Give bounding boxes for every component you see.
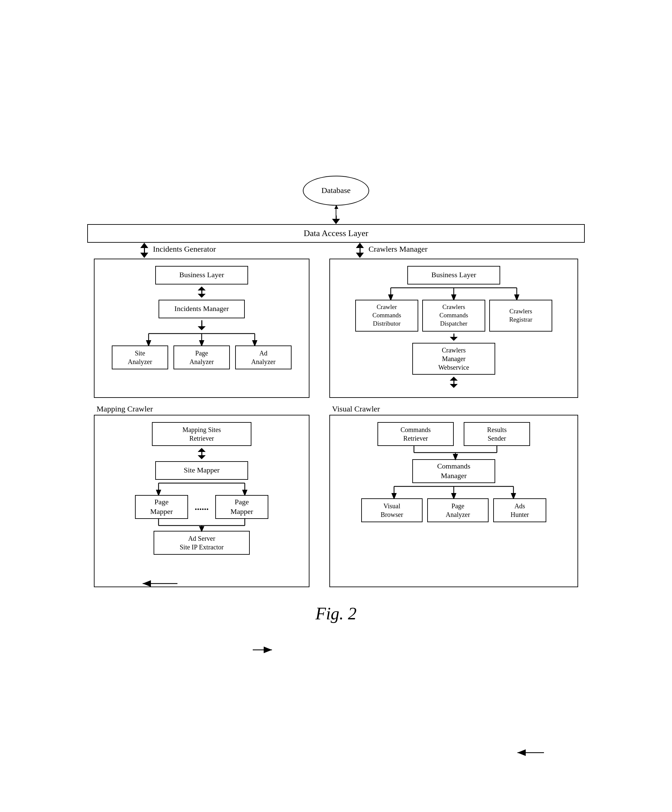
- svg-marker-24: [450, 377, 458, 380]
- crawlers-middle-connector: [357, 285, 550, 301]
- site-analyzer-box: SiteAnalyzer: [112, 346, 168, 369]
- database-ellipse: Database: [303, 176, 369, 206]
- site-mapper-split: [125, 480, 278, 496]
- svg-marker-26: [198, 448, 206, 452]
- crawlers-commands-dispatcher-box: CrawlersCommandsDispatcher: [422, 300, 485, 331]
- fig-label: Fig. 2: [44, 604, 628, 623]
- up-arrow-crawlers: [356, 243, 364, 248]
- commands-retriever-box: CommandsRetriever: [378, 422, 454, 446]
- ads-hunter-box: AdsHunter: [493, 498, 546, 522]
- svg-marker-5: [198, 294, 206, 298]
- incidents-manager-box: Incidents Manager: [159, 300, 245, 318]
- down-arrow-incidents: [140, 252, 148, 258]
- incidents-outer-box: Business Layer Incidents Manager: [94, 259, 309, 398]
- down-arrow-crawlers: [356, 252, 364, 258]
- crawlers-business-layer: Business Layer: [407, 266, 500, 285]
- mapping-sites-retriever-box: Mapping SitesRetriever: [152, 422, 251, 446]
- svg-marker-14: [356, 243, 364, 248]
- svg-marker-0: [334, 205, 339, 209]
- crawlers-manager-section: Crawlers Manager Business Layer: [329, 243, 578, 398]
- incidents-generator-section: Incidents Generator Business Layer: [94, 243, 309, 398]
- down-arrow-db: [332, 219, 340, 224]
- db-dal-arrow-top: [331, 205, 341, 215]
- mapping-crawler-section: Mapping Crawler Mapping SitesRetriever S…: [94, 404, 309, 587]
- incidents-label: Incidents Generator: [153, 245, 216, 254]
- site-mapper-box: Site Mapper: [155, 461, 248, 480]
- results-sender-box: ResultsSender: [464, 422, 530, 446]
- svg-marker-4: [198, 287, 206, 290]
- page-mapper-right-box: PageMapper: [215, 495, 268, 519]
- page-analyzer-right-box: PageAnalyzer: [427, 498, 489, 522]
- page-mapper-left-box: PageMapper: [135, 495, 188, 519]
- page-analyzer-left-box: PageAnalyzer: [173, 346, 230, 369]
- incidents-business-layer: Business Layer: [155, 266, 248, 285]
- svg-marker-1: [332, 219, 340, 224]
- ads-to-page-analyzer: [361, 523, 547, 529]
- database-label: Database: [321, 186, 351, 195]
- page-mapper-to-adserver: [125, 519, 278, 532]
- crawlers-label: Crawlers Manager: [369, 245, 427, 254]
- diagram-container: Database: [38, 162, 634, 650]
- crawler-commands-distributor-box: CrawlerCommandsDistributor: [355, 300, 418, 331]
- svg-marker-25: [450, 384, 458, 388]
- mapping-outer-box: Mapping SitesRetriever Site Mapper: [94, 415, 309, 587]
- dal-box: Data Access Layer: [87, 224, 585, 243]
- ad-analyzer-box: AdAnalyzer: [235, 346, 292, 369]
- svg-marker-23: [450, 337, 458, 341]
- visual-label: Visual Crawler: [332, 404, 578, 413]
- ellipsis: ......: [195, 502, 209, 512]
- svg-marker-6: [198, 326, 206, 330]
- ad-server-box: Ad ServerSite IP Extractor: [154, 531, 250, 555]
- svg-marker-42: [453, 454, 458, 461]
- analyzers-connector: [119, 330, 285, 347]
- dal-label: Data Access Layer: [304, 228, 369, 239]
- svg-marker-2: [140, 243, 148, 248]
- visual-crawler-section: Visual Crawler CommandsRetriever Results…: [329, 404, 578, 587]
- up-arrow-incidents: [140, 243, 148, 248]
- svg-marker-37: [199, 526, 204, 532]
- crawlers-outer-box: Business Layer: [329, 259, 578, 398]
- visual-browser-box: VisualBrowser: [361, 498, 422, 522]
- crawlers-webservice-box: Crawlers Manager Webservice: [412, 343, 495, 375]
- svg-marker-27: [198, 455, 206, 459]
- svg-marker-3: [140, 252, 148, 258]
- svg-marker-15: [356, 252, 364, 258]
- visual-outer-box: CommandsRetriever ResultsSender: [329, 415, 578, 587]
- crawlers-registrar-box: CrawlersRegistrar: [489, 300, 552, 331]
- mapping-label: Mapping Crawler: [96, 404, 309, 413]
- commands-manager-box: Commands Manager: [412, 459, 495, 483]
- manager-to-bottom: [361, 483, 547, 500]
- retriever-sender-to-manager: [371, 446, 537, 461]
